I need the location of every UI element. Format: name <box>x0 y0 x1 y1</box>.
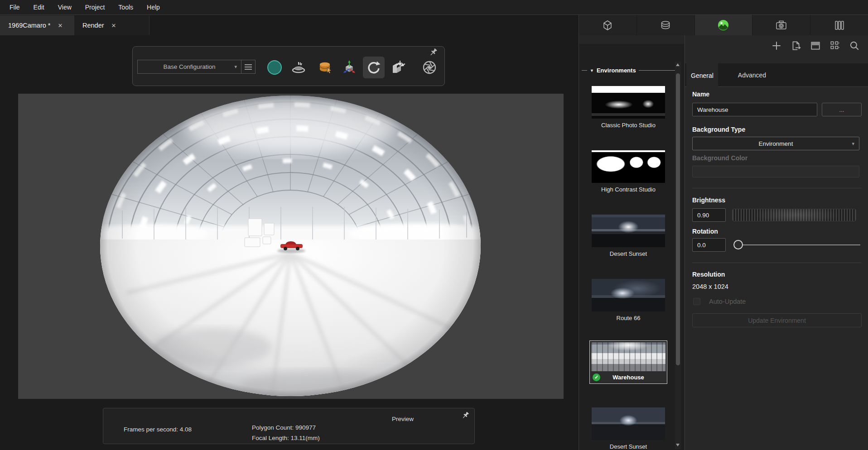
checkmark-icon: ✓ <box>593 373 600 381</box>
search-icon[interactable] <box>849 40 860 52</box>
paint-bucket-icon <box>317 60 333 75</box>
tab-environment[interactable] <box>695 15 753 35</box>
chevron-down-icon: ▾ <box>852 141 854 147</box>
toolbar-pin-icon[interactable] <box>428 48 438 59</box>
properties-tab-bar: General Advanced <box>685 63 868 87</box>
hamburger-icon <box>244 64 252 70</box>
scroll-down-icon[interactable] <box>676 444 680 446</box>
environment-thumbnail <box>592 279 665 311</box>
menu-file[interactable]: File <box>3 0 27 14</box>
split-view-button[interactable] <box>810 40 821 52</box>
tab-library[interactable] <box>810 15 868 35</box>
list-item-high-contrast-studio[interactable]: High Contrast Studio <box>579 147 678 211</box>
turntable-button[interactable] <box>290 59 307 76</box>
main-area: Base Configuration ▾ <box>0 35 579 450</box>
rotation-label: Rotation <box>692 228 718 235</box>
tab-render[interactable]: Render ✕ <box>74 15 149 35</box>
collapse-arrow-icon[interactable]: ▼ <box>590 68 594 73</box>
environments-scrollbar[interactable] <box>675 62 681 449</box>
close-icon[interactable]: ✕ <box>111 22 116 29</box>
background-type-dropdown[interactable]: Environment ▾ <box>692 137 859 150</box>
tab-general[interactable]: General <box>686 63 718 87</box>
preview-mode-label: Preview <box>392 416 414 422</box>
focal-length-readout: Focal Length: 13.11(mm) <box>252 435 320 441</box>
list-item-route-66[interactable]: Route 66 <box>579 275 678 340</box>
environments-header[interactable]: ▼ Environments <box>582 67 675 74</box>
brightness-input[interactable] <box>692 208 726 222</box>
move-gizmo-icon <box>341 59 357 76</box>
scene-cube-icon <box>602 19 613 31</box>
tab-label: Render <box>82 22 104 29</box>
rotation-input[interactable] <box>692 238 726 252</box>
add-environment-button[interactable] <box>771 40 782 52</box>
document-tab-bar: 1969Camaro * ✕ Render ✕ <box>0 15 579 35</box>
list-item-desert-sunset[interactable]: Desert Sunset <box>579 211 678 275</box>
dock-tab-strip <box>579 15 868 35</box>
panel-toolbar <box>771 40 860 52</box>
aperture-icon <box>421 59 438 76</box>
rotate-icon <box>366 60 381 75</box>
environments-panel: ▼ Environments Classic Photo Studio High… <box>579 44 684 450</box>
environment-label: Desert Sunset <box>610 250 647 257</box>
close-icon[interactable]: ✕ <box>58 22 63 29</box>
background-color-field <box>692 166 859 177</box>
name-input[interactable] <box>692 103 817 116</box>
update-environment-button[interactable]: Update Environment <box>692 313 862 327</box>
menu-help[interactable]: Help <box>140 0 167 14</box>
resolution-value: 2048 x 1024 <box>692 283 728 290</box>
menu-view[interactable]: View <box>51 0 78 14</box>
section-divider <box>692 263 862 263</box>
environment-thumbnail <box>592 86 665 119</box>
thumbnail-view-button[interactable] <box>829 40 841 52</box>
environment-image-icon <box>717 19 729 31</box>
list-item-warehouse-selected[interactable]: ✓ Warehouse <box>579 340 678 404</box>
tab-materials[interactable] <box>637 15 695 35</box>
environments-header-label: Environments <box>597 67 636 74</box>
background-color-label: Background Color <box>692 154 747 162</box>
turntable-icon <box>291 60 306 75</box>
slider-handle[interactable] <box>733 240 743 249</box>
camera-icon <box>775 19 787 31</box>
scrollbar-thumb[interactable] <box>676 73 680 365</box>
fisheye-render-scene <box>18 94 564 399</box>
rotate-view-button[interactable] <box>363 57 385 78</box>
brightness-slider[interactable] <box>732 209 856 221</box>
viewport-toolbar: Base Configuration ▾ <box>132 46 445 86</box>
auto-update-label: Auto-Update <box>709 298 746 305</box>
move-gizmo-button[interactable] <box>341 59 358 76</box>
list-item-desert-sunset-2[interactable]: Desert Sunset <box>579 404 678 450</box>
resize-box-icon <box>390 59 406 76</box>
list-item-classic-photo-studio[interactable]: Classic Photo Studio <box>579 82 678 147</box>
library-columns-icon <box>834 19 845 31</box>
export-button[interactable] <box>790 40 802 52</box>
tab-1969camaro[interactable]: 1969Camaro * ✕ <box>0 15 74 35</box>
environment-label: High Contrast Studio <box>601 186 656 193</box>
environment-label: Desert Sunset <box>610 443 647 450</box>
resize-box-button[interactable] <box>390 59 407 76</box>
browse-button[interactable]: ... <box>822 103 862 116</box>
right-dock: ▼ Environments Classic Photo Studio High… <box>579 15 868 450</box>
rotation-slider[interactable] <box>732 238 860 252</box>
scroll-up-icon[interactable] <box>676 63 680 66</box>
background-type-label: Background Type <box>692 126 745 133</box>
slider-track <box>738 244 860 245</box>
tab-advanced[interactable]: Advanced <box>718 63 786 87</box>
environment-label: Warehouse <box>612 374 644 381</box>
aperture-button[interactable] <box>421 59 438 76</box>
environment-thumbnail <box>592 215 665 247</box>
auto-update-checkbox[interactable] <box>693 298 700 305</box>
tab-scene[interactable] <box>579 15 637 35</box>
menu-tools[interactable]: Tools <box>111 0 140 14</box>
menu-edit[interactable]: Edit <box>27 0 51 14</box>
material-sphere-button[interactable] <box>266 59 283 76</box>
menu-project[interactable]: Project <box>78 0 112 14</box>
tab-label: 1969Camaro * <box>8 22 51 29</box>
render-viewport[interactable] <box>18 94 564 399</box>
status-pin-icon[interactable] <box>461 411 470 421</box>
tab-camera[interactable] <box>752 15 810 35</box>
menu-bar: File Edit View Project Tools Help <box>0 0 868 15</box>
paint-material-button[interactable] <box>316 59 333 76</box>
environment-thumbnail <box>591 342 665 371</box>
configuration-dropdown[interactable]: Base Configuration ▾ <box>137 60 241 74</box>
configuration-menu-button[interactable] <box>241 60 256 74</box>
